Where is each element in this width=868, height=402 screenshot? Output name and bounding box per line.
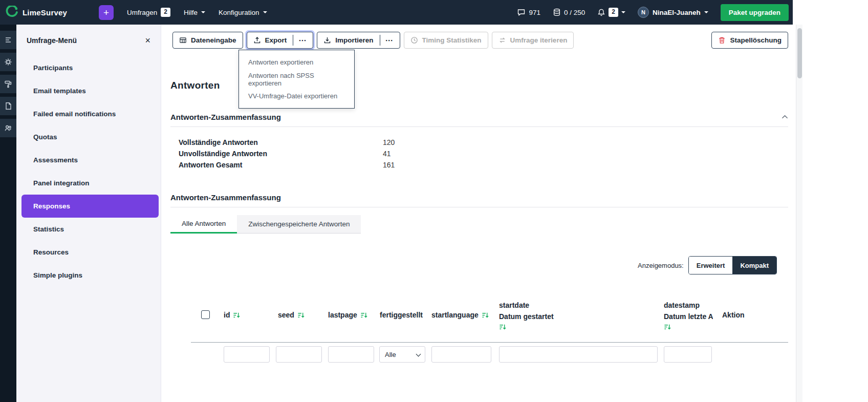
display-mode-extended[interactable]: Erweitert [689,257,733,274]
response-toolbar: Dateneingabe Export ⋯ Importieren [172,32,788,49]
col-label: lastpage [328,311,357,319]
sidebar-item-assessments[interactable]: Assessments [16,149,161,172]
surveys-count-badge: 2 [161,8,170,16]
display-mode-label: Anzeigemodus: [638,262,684,269]
display-mode-control: Anzeigemodus: Erweitert Kompakt [638,256,777,274]
col-header-id[interactable]: id [224,311,240,319]
filter-id-input[interactable] [224,346,270,363]
sort-icon [360,312,367,319]
sidebar-item-email-templates[interactable]: Email templates [16,79,161,102]
col-header-datestamp[interactable]: datestamp Datum letzte A [664,300,713,330]
tab-saved-responses[interactable]: Zwischengespeicherte Antworten [237,215,361,234]
filter-startdate-input[interactable] [499,346,658,363]
menu-icon[interactable] [0,31,16,49]
responses-table-header: id seed lastpage fertiggestellt startlan… [161,294,793,346]
col-label: datestamp [664,300,700,311]
database-icon [553,8,561,16]
sidebar-item-simple-plugins[interactable]: Simple plugins [16,264,161,287]
topbar: LimeSurvey + Umfragen 2 Hilfe Konfigurat… [0,0,793,25]
bell-icon [597,8,605,17]
main-content: Dateneingabe Export ⋯ Importieren [161,25,793,402]
filter-fertiggestellt-select-wrap: Alle [379,346,425,363]
divider [380,35,380,46]
summary-section: Antworten-Zusammenfassung [170,113,788,127]
col-header-startdate[interactable]: startdate Datum gestartet [499,300,567,330]
summary-table: Vollständige Antworten 120 Unvollständig… [179,138,395,169]
chevron-up-icon[interactable] [782,115,788,119]
create-survey-button[interactable]: + [99,5,114,20]
notifications-indicator[interactable]: 2 [597,8,625,16]
col-sublabel: Datum gestartet [499,311,554,322]
storage-count: 0 / 250 [564,9,585,16]
filter-datestamp-input[interactable] [664,346,712,363]
sort-icon [499,324,506,330]
document-icon[interactable] [0,97,16,115]
limesurvey-logo-icon [5,6,18,19]
batch-delete-button[interactable]: Stapellöschung [711,32,788,49]
user-menu[interactable]: N NinaEl-Juaneh [638,7,708,18]
summary-label: Unvollständige Antworten [179,150,383,158]
sort-icon [482,312,489,319]
iterate-survey-label: Umfrage iterieren [510,36,568,44]
scrollbar-thumb[interactable] [797,28,802,78]
sidebar-item-resources[interactable]: Resources [16,241,161,264]
survey-menu-sidebar: Umfrage-Menü × Participants Email templa… [16,25,161,402]
filter-seed-input[interactable] [276,346,322,363]
col-header-lastpage[interactable]: lastpage [328,311,367,319]
timing-statistics-button: Timing Statistiken [404,32,488,49]
messages-indicator[interactable]: 971 [517,8,540,16]
divider [293,35,293,46]
col-label: fertiggestellt [380,311,423,319]
col-header-startlanguage[interactable]: startlanguage [431,311,489,319]
upgrade-button[interactable]: Paket upgraden [721,4,789,21]
sidebar-header: Umfrage-Menü × [16,25,161,56]
summary-value: 41 [383,150,395,158]
select-all-checkbox[interactable] [201,310,210,319]
user-name: NinaEl-Juaneh [653,9,701,16]
import-button[interactable]: Importieren ⋯ [317,32,400,49]
vertical-scrollbar[interactable] [796,25,802,402]
gear-icon[interactable] [0,53,16,71]
col-header-seed[interactable]: seed [278,311,305,319]
col-header-fertiggestellt[interactable]: fertiggestellt [380,311,423,319]
nav-configuration[interactable]: Konfiguration [219,9,267,16]
more-options-icon[interactable]: ⋯ [384,36,394,45]
iterate-survey-button: Umfrage iterieren [492,32,574,49]
display-mode-compact[interactable]: Kompakt [732,257,776,274]
tab-all-responses[interactable]: Alle Antworten [170,215,237,234]
filter-startlanguage-input[interactable] [431,346,491,363]
plus-icon: + [103,8,109,17]
filter-fertiggestellt-select[interactable]: Alle [380,347,425,362]
col-label: startdate [499,300,529,311]
menu-item-export-spss[interactable]: Antworten nach SPSS exportieren [239,71,354,88]
trash-icon [718,36,726,44]
page-title: Antworten [170,80,220,91]
summary-value: 120 [383,138,395,146]
export-button[interactable]: Export ⋯ [247,32,314,49]
sort-icon [297,312,305,319]
menu-item-export-responses[interactable]: Antworten exportieren [239,54,354,71]
summary-label: Vollständige Antworten [179,138,383,146]
sidebar-item-statistics[interactable]: Statistics [16,218,161,241]
close-icon[interactable]: × [145,36,150,45]
data-entry-button[interactable]: Dateneingabe [172,32,243,49]
nav-surveys[interactable]: Umfragen 2 [127,8,170,16]
topbar-right: 971 0 / 250 2 N NinaEl-Juaneh Paket u [517,4,793,21]
sidebar-item-failed-email-notifications[interactable]: Failed email notifications [16,102,161,125]
filter-lastpage-input[interactable] [328,346,374,363]
more-options-icon[interactable]: ⋯ [297,36,307,45]
menu-item-export-vv[interactable]: VV-Umfrage-Datei exportieren [239,88,354,104]
nav-help[interactable]: Hilfe [184,9,205,16]
storage-indicator[interactable]: 0 / 250 [553,8,585,16]
sidebar-item-responses[interactable]: Responses [21,195,159,218]
users-icon[interactable] [0,119,16,137]
import-icon [323,36,331,44]
table-icon [179,36,187,44]
col-label: startlanguage [431,311,479,319]
sidebar-item-quotas[interactable]: Quotas [16,125,161,149]
iterate-icon [498,36,506,44]
sidebar-item-participants[interactable]: Participants [16,56,161,79]
sidebar-item-panel-integration[interactable]: Panel integration [16,172,161,195]
paint-roller-icon[interactable] [0,75,16,93]
sort-icon [233,312,240,319]
